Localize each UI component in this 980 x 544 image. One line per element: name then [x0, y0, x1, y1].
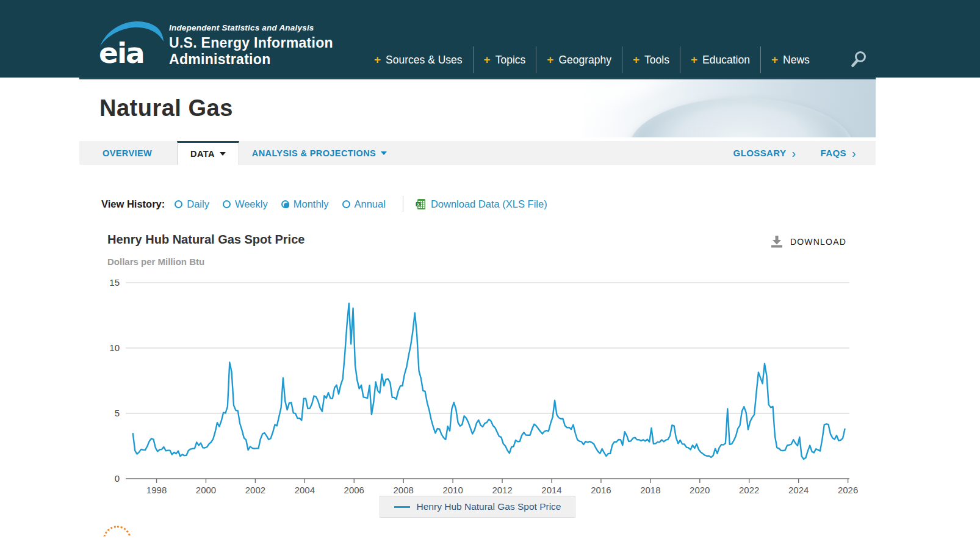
radio-circle-icon	[281, 200, 289, 208]
section-tab-bar: OVERVIEW DATA ANALYSIS & PROJECTIONS GLO…	[79, 141, 876, 165]
download-icon	[770, 235, 784, 248]
main-nav: +Sources & Uses +Topics +Geography +Tool…	[364, 45, 820, 74]
radio-weekly[interactable]: Weekly	[223, 198, 268, 210]
chart-title: Henry Hub Natural Gas Spot Price	[107, 233, 304, 247]
tab-analysis-projections[interactable]: ANALYSIS & PROJECTIONS	[239, 141, 400, 165]
svg-text:5: 5	[115, 408, 120, 418]
tab-label: ANALYSIS & PROJECTIONS	[252, 148, 376, 158]
chevron-right-icon: ›	[852, 149, 856, 158]
spot-price-line-chart[interactable]: 0510151998200020022004200620082010201220…	[103, 269, 859, 501]
nav-item-topics[interactable]: +Topics	[474, 53, 536, 67]
svg-text:2010: 2010	[442, 485, 463, 495]
nav-item-geography[interactable]: +Geography	[536, 53, 622, 67]
plus-icon: +	[633, 53, 640, 67]
tab-overview[interactable]: OVERVIEW	[90, 141, 165, 165]
radio-label: Weekly	[235, 198, 268, 210]
org-name-line1: U.S. Energy Information	[169, 35, 333, 51]
svg-text:2006: 2006	[344, 485, 364, 495]
svg-text:2012: 2012	[492, 485, 512, 495]
plus-icon: +	[484, 53, 491, 67]
radio-annual[interactable]: Annual	[342, 198, 386, 210]
chart-legend: Henry Hub Natural Gas Spot Price	[79, 496, 876, 518]
loading-spinner-partial	[103, 526, 131, 544]
gas-burner-image	[583, 79, 876, 137]
radio-monthly[interactable]: Monthly	[281, 198, 329, 210]
org-name: U.S. Energy Information Administration	[169, 35, 333, 68]
tab-label: DATA	[190, 149, 215, 159]
nav-item-label: Topics	[495, 54, 526, 67]
nav-item-label: Education	[702, 54, 750, 67]
svg-text:X: X	[417, 202, 419, 206]
svg-text:2008: 2008	[394, 485, 414, 495]
org-name-line2: Administration	[169, 51, 333, 68]
svg-text:2022: 2022	[739, 485, 759, 495]
plus-icon: +	[771, 53, 778, 67]
nav-item-label: Geography	[558, 54, 611, 67]
chevron-down-icon	[381, 151, 387, 155]
nav-item-education[interactable]: +Education	[680, 53, 760, 67]
download-data-label: Download Data (XLS File)	[431, 198, 547, 210]
chart-download-button[interactable]: DOWNLOAD	[770, 235, 846, 248]
svg-text:2002: 2002	[245, 485, 265, 495]
faqs-link[interactable]: FAQS›	[808, 141, 868, 165]
view-history-controls: View History: Daily Weekly Monthly Annua…	[101, 195, 547, 212]
nav-item-news[interactable]: +News	[761, 53, 820, 67]
svg-text:2020: 2020	[690, 485, 710, 495]
view-history-label: View History:	[101, 198, 165, 210]
svg-text:2000: 2000	[196, 485, 216, 495]
legend-line-swatch-icon	[394, 506, 410, 508]
radio-circle-icon	[223, 200, 231, 208]
site-header: eia Independent Statistics and Analysis …	[0, 0, 980, 78]
svg-text:1998: 1998	[146, 485, 167, 495]
svg-text:2004: 2004	[295, 485, 315, 495]
glossary-link[interactable]: GLOSSARY›	[721, 141, 809, 165]
eia-natural-gas-page: eia Independent Statistics and Analysis …	[0, 0, 980, 544]
link-label: FAQS	[820, 148, 846, 158]
svg-text:10: 10	[109, 343, 120, 353]
radio-label: Monthly	[294, 198, 329, 210]
download-data-xls-link[interactable]: X Download Data (XLS File)	[416, 198, 547, 210]
nav-item-label: Sources & Uses	[386, 54, 462, 67]
page-banner: Natural Gas	[79, 78, 876, 137]
chevron-right-icon: ›	[791, 149, 796, 158]
radio-label: Annual	[355, 198, 386, 210]
eia-logo-text: eia	[99, 36, 144, 70]
radio-circle-icon	[342, 200, 350, 208]
chevron-down-icon	[220, 152, 226, 156]
nav-item-label: Tools	[644, 54, 669, 67]
plus-icon: +	[691, 53, 697, 67]
header-words: Independent Statistics and Analysis U.S.…	[169, 23, 333, 68]
svg-text:2014: 2014	[541, 485, 561, 495]
link-label: GLOSSARY	[733, 148, 787, 158]
radio-daily[interactable]: Daily	[175, 198, 209, 210]
legend-item-henry-hub[interactable]: Henry Hub Natural Gas Spot Price	[380, 496, 576, 518]
svg-text:15: 15	[109, 277, 120, 288]
search-icon	[850, 50, 868, 68]
burner-ring-decoration	[629, 98, 854, 137]
svg-text:2024: 2024	[788, 485, 809, 495]
page-title: Natural Gas	[99, 95, 233, 121]
tab-data[interactable]: DATA	[177, 141, 239, 165]
header-tagline: Independent Statistics and Analysis	[169, 23, 333, 32]
search-button[interactable]	[850, 50, 868, 68]
chart-units-label: Dollars per Million Btu	[107, 256, 204, 267]
xls-file-icon: X	[416, 198, 426, 210]
svg-text:2016: 2016	[591, 485, 611, 495]
plus-icon: +	[374, 53, 381, 67]
tab-bar-spacer	[400, 141, 721, 165]
svg-text:2018: 2018	[640, 485, 660, 495]
radio-label: Daily	[187, 198, 209, 210]
nav-item-tools[interactable]: +Tools	[622, 53, 680, 67]
legend-label: Henry Hub Natural Gas Spot Price	[417, 501, 561, 512]
nav-item-label: News	[783, 54, 810, 67]
svg-text:0: 0	[115, 473, 120, 484]
divider	[403, 196, 403, 212]
plus-icon: +	[547, 53, 553, 67]
eia-logo[interactable]: eia	[98, 18, 165, 70]
chart-download-label: DOWNLOAD	[790, 237, 846, 247]
radio-circle-icon	[175, 200, 182, 208]
svg-text:2026: 2026	[838, 485, 858, 495]
nav-item-sources-uses[interactable]: +Sources & Uses	[364, 53, 473, 67]
tab-label: OVERVIEW	[103, 148, 152, 158]
